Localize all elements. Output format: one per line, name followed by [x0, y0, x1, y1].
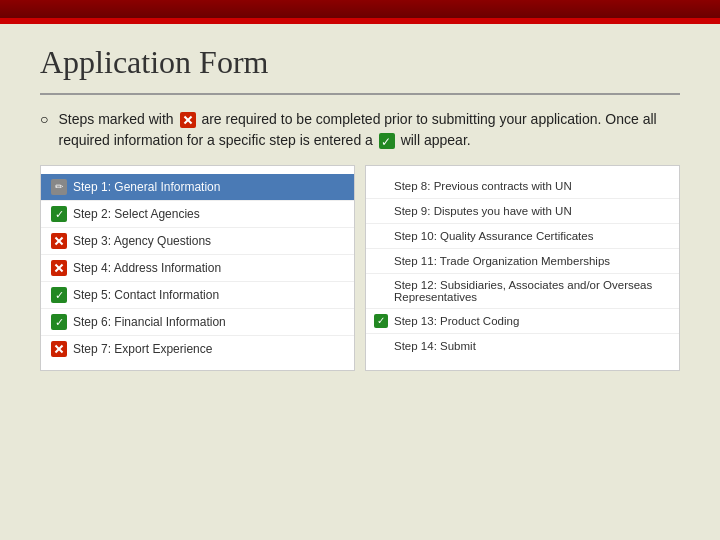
- none-icon: [374, 284, 388, 298]
- left-step1[interactable]: ✏Step 1: General Information: [41, 174, 354, 201]
- left-step2[interactable]: ✓Step 2: Select Agencies: [41, 201, 354, 228]
- x-icon: [51, 233, 67, 249]
- right-steps-panel: Step 8: Previous contracts with UNStep 9…: [365, 165, 680, 371]
- step-label: Step 10: Quality Assurance Certificates: [394, 230, 593, 242]
- steps-container: ✏Step 1: General Information✓Step 2: Sel…: [40, 165, 680, 371]
- right-step11[interactable]: Step 11: Trade Organization Memberships: [366, 249, 679, 274]
- none-icon: [374, 179, 388, 193]
- right-step8[interactable]: Step 8: Previous contracts with UN: [366, 174, 679, 199]
- step-label: Step 6: Financial Information: [73, 315, 344, 329]
- check-icon: ✓: [374, 314, 388, 328]
- right-step10[interactable]: Step 10: Quality Assurance Certificates: [366, 224, 679, 249]
- none-icon: [374, 229, 388, 243]
- check-icon: ✓: [51, 206, 67, 222]
- title-divider: [40, 93, 680, 95]
- none-icon: [374, 254, 388, 268]
- step-label: Step 14: Submit: [394, 340, 476, 352]
- check-icon: ✓: [51, 287, 67, 303]
- none-icon: [374, 204, 388, 218]
- complete-check-icon: [379, 133, 395, 149]
- top-bar: [0, 0, 720, 18]
- step-label: Step 11: Trade Organization Memberships: [394, 255, 610, 267]
- required-x-icon: [180, 112, 196, 128]
- step-label: Step 12: Subsidiaries, Associates and/or…: [394, 279, 671, 303]
- step-label: Step 5: Contact Information: [73, 288, 344, 302]
- x-icon: [51, 260, 67, 276]
- page-title: Application Form: [40, 44, 680, 81]
- step-label: Step 3: Agency Questions: [73, 234, 344, 248]
- pencil-icon: ✏: [51, 179, 67, 195]
- none-icon: [374, 339, 388, 353]
- right-step12[interactable]: Step 12: Subsidiaries, Associates and/or…: [366, 274, 679, 309]
- step-label: Step 1: General Information: [73, 180, 344, 194]
- step-label: Step 8: Previous contracts with UN: [394, 180, 572, 192]
- right-step13[interactable]: ✓Step 13: Product Coding: [366, 309, 679, 334]
- left-steps-panel: ✏Step 1: General Information✓Step 2: Sel…: [40, 165, 355, 371]
- right-step9[interactable]: Step 9: Disputes you have with UN: [366, 199, 679, 224]
- step-label: Step 4: Address Information: [73, 261, 344, 275]
- x-icon: [51, 341, 67, 357]
- intro-row: ○ Steps marked with are required to be c…: [40, 109, 680, 151]
- step-label: Step 9: Disputes you have with UN: [394, 205, 572, 217]
- left-step3[interactable]: Step 3: Agency Questions: [41, 228, 354, 255]
- left-step7[interactable]: Step 7: Export Experience: [41, 336, 354, 362]
- step-label: Step 7: Export Experience: [73, 342, 344, 356]
- check-icon: ✓: [51, 314, 67, 330]
- left-step4[interactable]: Step 4: Address Information: [41, 255, 354, 282]
- left-step6[interactable]: ✓Step 6: Financial Information: [41, 309, 354, 336]
- step-label: Step 2: Select Agencies: [73, 207, 344, 221]
- left-step5[interactable]: ✓Step 5: Contact Information: [41, 282, 354, 309]
- intro-text: Steps marked with are required to be com…: [58, 109, 680, 151]
- right-step14[interactable]: Step 14: Submit: [366, 334, 679, 358]
- step-label: Step 13: Product Coding: [394, 315, 519, 327]
- intro-bullet: ○: [40, 111, 48, 127]
